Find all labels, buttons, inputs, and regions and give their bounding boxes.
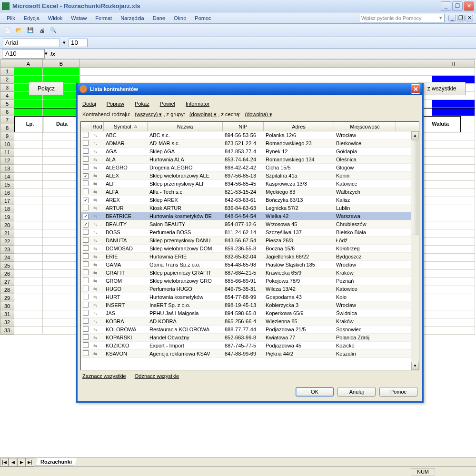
checkbox[interactable] (83, 278, 89, 283)
checkbox[interactable] (83, 261, 89, 267)
list-row[interactable]: ⇋ADMARAD-MAR s.c.873-521-22-4Romanowskie… (81, 139, 419, 148)
menu-plik[interactable]: Plik (3, 14, 19, 22)
link-dodaj[interactable]: Dodaj (82, 101, 96, 107)
row-header[interactable]: 12 (0, 157, 14, 165)
scroll-thumb[interactable] (412, 140, 418, 235)
checkbox[interactable]: ✓ (83, 173, 89, 179)
help-button[interactable]: Pomoc (379, 387, 417, 397)
checkbox[interactable] (83, 188, 89, 194)
menu-pomoc[interactable]: Pomoc (191, 14, 215, 22)
col-symbol[interactable]: Symbol △ (104, 122, 148, 131)
checkbox[interactable] (83, 326, 89, 332)
row-header[interactable]: 4 (0, 92, 14, 100)
row-header[interactable]: 21 (0, 229, 14, 238)
list-row[interactable]: ⇋HUGOPerfumeria HUGO846-75-35-31Wilcza 1… (81, 285, 419, 293)
scroll-up-icon[interactable]: ▲ (411, 131, 419, 139)
row-header[interactable]: 14 (0, 173, 14, 181)
row-header[interactable]: 3 (0, 84, 14, 92)
filter-rodzaj[interactable]: (wszyscy) ▾ (135, 111, 162, 117)
link-powiel[interactable]: Powiel (160, 101, 175, 107)
list-row[interactable]: ⇋HURTHurtownia kosmetyków854-77-88-99Gos… (81, 293, 419, 301)
list-row[interactable]: ⇋ERIEHurtownia ERIE832-65-62-04Jagielloń… (81, 253, 419, 261)
row-header[interactable]: 22 (0, 238, 14, 246)
dropdown-icon[interactable]: ▾ (45, 50, 48, 57)
row-header[interactable]: 20 (0, 221, 14, 229)
list-row[interactable]: ⇋GAMAGama Trans Sp.z o.o.854-48-65-98Pia… (81, 261, 419, 269)
list-row[interactable]: ⇋KOPARSKIHandel Obwoźny852-663-99-8Kwiat… (81, 334, 419, 342)
link-pokaz[interactable]: Pokaż (135, 101, 149, 107)
list-row[interactable]: ⇋ABCABC s.c.894-56-53-56Polanka 12/6Wroc… (81, 131, 419, 139)
row-header[interactable]: 9 (0, 132, 14, 140)
row-header[interactable]: 25 (0, 262, 14, 270)
list-row[interactable]: ⇋DANUTASklep przemysłowy DANU843-56-67-5… (81, 237, 419, 245)
ok-button[interactable]: OK (296, 387, 334, 397)
row-header[interactable]: 16 (0, 189, 14, 197)
checkbox[interactable] (83, 205, 89, 210)
col-nazwa[interactable]: Nazwa (148, 122, 223, 131)
list-row[interactable]: ⇋BOSSPerfumeria BOSS811-24-62-14Szczęśli… (81, 228, 419, 237)
preview-icon[interactable]: 🔍 (49, 26, 58, 35)
checkbox[interactable]: ✓ (83, 214, 89, 219)
list-row[interactable]: ⇋ARTURKiosk ARTUR836-84-63-63Legnicka 57… (81, 204, 419, 212)
menu-format[interactable]: Format (91, 14, 116, 22)
row-header[interactable]: 5 (0, 100, 14, 108)
row-header[interactable]: 29 (0, 294, 14, 302)
list-row[interactable]: ⇋ALAHurtownia ALA853-74-64-24Romanowskie… (81, 156, 419, 164)
checkbox[interactable]: ✓ (83, 222, 89, 228)
col-header[interactable]: B (43, 59, 80, 68)
list-row[interactable]: ⇋ALFAAlfa - Tech s.c.821-53-15-24Męckieg… (81, 188, 419, 196)
link-deselect-all[interactable]: Odznacz wszystkie (135, 373, 179, 379)
checkbox[interactable] (83, 132, 89, 138)
col-nip[interactable]: NIP (223, 122, 264, 131)
tab-next[interactable]: ▶ (17, 458, 26, 466)
row-header[interactable]: 23 (0, 246, 14, 254)
list-row[interactable]: ⇋KSAVONAgencja reklamowa KSAV847-88-99-6… (81, 350, 419, 358)
select-all-corner[interactable] (0, 59, 14, 68)
row-header[interactable]: 33 (0, 327, 14, 335)
dialog-titlebar[interactable]: Lista kontrahentów ✕ (78, 83, 422, 95)
scrollbar[interactable]: ▲ ▼ (411, 131, 419, 370)
scroll-down-icon[interactable]: ▼ (411, 362, 419, 370)
menu-okno[interactable]: Okno (170, 14, 190, 22)
new-icon[interactable]: 📄 (3, 26, 12, 35)
row-header[interactable]: 28 (0, 286, 14, 294)
list-row[interactable]: ⇋ALEGRODrogeria ALEGRO898-42-42-42Cicha … (81, 164, 419, 172)
checkbox[interactable] (83, 318, 89, 324)
save-icon[interactable]: 💾 (26, 26, 35, 35)
row-header[interactable]: 18 (0, 205, 14, 213)
row-header[interactable]: 15 (0, 181, 14, 189)
list-row[interactable]: ⇋DOMOSADSklep wielobranżowy DOM859-236-5… (81, 245, 419, 253)
list-row[interactable]: ⇋AGASklep AGA842-853-77-4Rynek 12Gołdapi… (81, 148, 419, 156)
cell-reference[interactable] (2, 49, 45, 59)
menu-wstaw[interactable]: Wstaw (67, 14, 90, 22)
col-header[interactable]: H (432, 59, 475, 68)
list-row[interactable]: ⇋ALFSklep przemysłowy ALF894-56-85-45Kas… (81, 180, 419, 188)
help-search[interactable]: Wpisz pytanie do Pomocy▾ (359, 14, 445, 22)
link-informator[interactable]: Informator (186, 101, 209, 107)
tab-prev[interactable]: ◀ (9, 458, 17, 466)
row-header[interactable]: 30 (0, 302, 14, 310)
row-header[interactable]: 1 (0, 68, 14, 76)
row-header[interactable]: 19 (0, 213, 14, 221)
row-header[interactable]: 8 (0, 124, 14, 132)
checkbox[interactable] (83, 156, 89, 162)
list-row[interactable]: ⇋INSERTInsERT Sp. z o.o.898-19-45-13Kobi… (81, 301, 419, 309)
link-select-all[interactable]: Zaznacz wszystkie (82, 373, 126, 379)
list-row[interactable]: ⇋JASPPHU Jaś i Małgosia894-598-65-8Koper… (81, 309, 419, 317)
row-header[interactable]: 27 (0, 278, 14, 286)
list-row[interactable]: ⇋KOLOROWARestauracja KOLOROWA888-77-77-4… (81, 326, 419, 334)
dropdown-icon[interactable]: ▾ (63, 40, 66, 46)
row-header[interactable]: 7 (0, 116, 14, 124)
list-row[interactable]: ✓⇋BEATRICEHurtownia kosmetyków BE848-54-… (81, 212, 419, 220)
tab-last[interactable]: ▶| (26, 458, 34, 466)
row-header[interactable]: 26 (0, 270, 14, 278)
menu-edycja[interactable]: Edycja (20, 14, 43, 22)
row-header[interactable]: 31 (0, 310, 14, 318)
row-header[interactable]: 10 (0, 140, 14, 149)
list-row[interactable]: ✓⇋ALEXSklep wielobranżowy ALE897-56-85-1… (81, 172, 419, 180)
list-row[interactable]: ✓⇋AREXSklep AREX842-63-63-61Bończyka 63/… (81, 196, 419, 204)
wszystkie-button[interactable]: z wszystkie (418, 82, 466, 95)
menu-narzedzia[interactable]: Narzędzia (117, 14, 148, 22)
sheet-tab[interactable]: Rozrachunki (35, 458, 77, 466)
col-header[interactable]: A (14, 59, 43, 68)
